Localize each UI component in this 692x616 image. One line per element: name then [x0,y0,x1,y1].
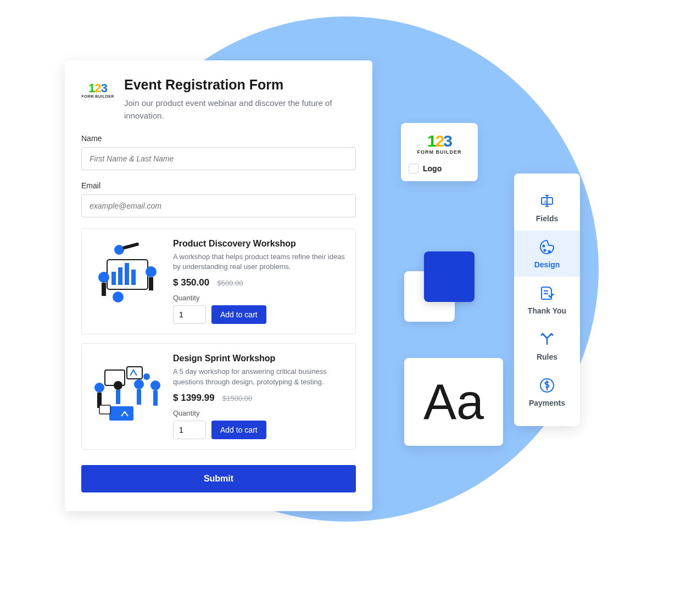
svg-point-5 [98,272,109,283]
editor-sidebar: A Fields Design Thank You [514,173,580,426]
svg-rect-10 [122,242,139,250]
svg-point-31 [544,250,546,251]
document-check-icon [538,284,556,302]
event-registration-form: 123 FORM BUILDER Event Registration Form… [65,60,372,511]
brand-logo-sub: FORM BUILDER [409,149,470,155]
form-header: 123 FORM BUILDER Event Registration Form… [81,77,356,122]
logo-checkbox[interactable] [409,164,418,173]
product-title: Design Sprint Workshop [173,354,345,363]
svg-point-9 [114,245,124,255]
svg-point-11 [113,292,124,303]
quantity-input[interactable] [173,421,206,439]
sidebar-item-thankyou[interactable]: Thank You [514,277,580,323]
form-title: Event Registration Form [124,77,356,93]
svg-text:A: A [544,199,547,204]
svg-rect-8 [149,277,153,290]
svg-rect-22 [153,390,158,406]
product-old-price: $1500.00 [222,394,252,402]
product-illustration [92,354,163,425]
svg-rect-23 [109,406,133,421]
product-old-price: $500.00 [217,279,243,287]
sidebar-item-fields[interactable]: A Fields [514,184,580,231]
branch-icon [538,331,556,348]
quantity-label: Quantity [173,294,345,302]
name-label: Name [81,134,356,143]
add-to-cart-button[interactable]: Add to cart [211,421,266,439]
product-description: A workshop that helps product teams refi… [173,252,345,272]
svg-rect-4 [131,270,136,285]
typography-sample: Aa [423,377,484,427]
logo-settings-card: 123 FORM BUILDER Logo [401,123,478,181]
sidebar-item-label: Fields [536,214,558,223]
brand-logo-small: 123 FORM BUILDER [81,77,114,98]
svg-rect-1 [111,272,116,285]
name-field: Name [81,134,356,170]
product-price: $ 1399.99 [173,393,215,403]
sidebar-item-label: Rules [537,352,557,361]
product-card: Product Discovery Workshop A workshop th… [81,228,356,334]
sidebar-item-design[interactable]: Design [514,231,580,277]
color-swatch-blue[interactable] [424,251,475,302]
product-description: A 5 day workshop for answering critical … [173,367,345,387]
product-card: Design Sprint Workshop A 5 day workshop … [81,343,356,449]
quantity-label: Quantity [173,409,345,417]
submit-button[interactable]: Submit [81,465,356,492]
svg-point-32 [549,251,550,253]
svg-rect-6 [102,283,106,296]
svg-point-15 [94,383,104,393]
svg-rect-3 [125,263,129,285]
svg-point-7 [146,266,157,277]
sidebar-item-label: Payments [529,399,565,407]
email-field: Email [81,181,356,217]
sidebar-item-payments[interactable]: Payments [514,369,580,415]
fields-icon: A [538,192,556,210]
sidebar-item-rules[interactable]: Rules [514,323,580,369]
svg-rect-2 [118,267,122,285]
svg-point-21 [150,380,160,390]
palette-icon [538,238,556,256]
product-title: Product Discovery Workshop [173,239,345,249]
quantity-input[interactable] [173,305,206,324]
svg-point-17 [114,381,122,390]
svg-rect-20 [137,389,141,405]
email-label: Email [81,181,356,190]
product-price: $ 350.00 [173,277,209,288]
email-input[interactable] [81,194,356,217]
product-illustration [92,239,163,310]
svg-rect-24 [99,405,110,414]
typography-card[interactable]: Aa [404,358,503,446]
svg-point-14 [143,373,150,380]
dollar-circle-icon [538,377,556,394]
brand-logo-large: 123 [409,132,470,150]
logo-checkbox-label: Logo [423,164,442,173]
brand-logo-sub: FORM BUILDER [81,94,114,98]
form-subtitle: Join our product event webinar and disco… [124,97,356,122]
svg-rect-18 [116,390,120,404]
svg-point-30 [543,245,545,247]
svg-point-19 [134,379,144,389]
add-to-cart-button[interactable]: Add to cart [211,305,266,324]
sidebar-item-label: Design [534,260,560,269]
name-input[interactable] [81,147,356,170]
sidebar-item-label: Thank You [528,306,566,315]
